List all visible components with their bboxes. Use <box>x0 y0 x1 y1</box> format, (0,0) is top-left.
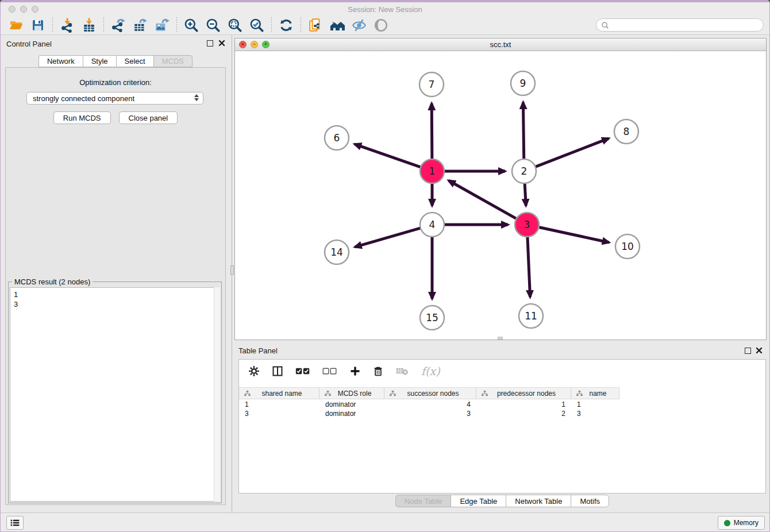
graph-edge[interactable] <box>432 103 432 160</box>
float-table-panel-button[interactable] <box>745 348 751 354</box>
tab-network[interactable]: Network <box>38 55 83 67</box>
graph-edge[interactable] <box>525 182 526 206</box>
export-network-button[interactable] <box>107 17 129 34</box>
home-button[interactable] <box>326 17 348 34</box>
table-settings-button[interactable] <box>248 365 260 377</box>
column-header[interactable]: predecessor nodes <box>476 388 571 399</box>
open-session-button[interactable] <box>5 17 27 34</box>
network-canvas-svg[interactable]: 7968124314101511 <box>235 51 766 340</box>
table-panel-title: Table Panel <box>238 346 278 355</box>
maximize-window-button[interactable] <box>32 6 38 13</box>
zoom-fit-button[interactable] <box>224 17 246 34</box>
deselect-all-button[interactable] <box>322 367 337 376</box>
tab-edge-table[interactable]: Edge Table <box>451 495 506 507</box>
run-mcds-button[interactable]: Run MCDS <box>53 111 111 124</box>
zoom-fit-icon <box>228 18 242 33</box>
criterion-select[interactable]: strongly connected component <box>26 92 203 105</box>
refresh-button[interactable] <box>275 17 297 34</box>
close-network-button[interactable]: × <box>239 41 247 48</box>
network-window-titlebar[interactable]: × − + scc.txt <box>235 38 766 51</box>
minimize-network-button[interactable]: − <box>251 41 258 48</box>
delete-table-button[interactable] <box>395 366 409 376</box>
tab-motifs[interactable]: Motifs <box>571 495 609 507</box>
delete-column-icon <box>373 365 383 377</box>
toolbar-separator <box>301 17 301 33</box>
close-icon <box>218 39 226 47</box>
save-session-button[interactable] <box>27 17 49 34</box>
graph-edge[interactable] <box>528 236 530 297</box>
graph-edge[interactable] <box>534 138 609 167</box>
show-panel-list-button[interactable] <box>6 516 24 530</box>
float-panel-button[interactable] <box>207 40 213 47</box>
search-input[interactable] <box>612 20 763 30</box>
import-network-icon <box>60 18 75 33</box>
tab-mcds[interactable]: MCDS <box>153 55 192 67</box>
graph-node-label: 1 <box>429 165 436 177</box>
result-scrollbar[interactable] <box>214 287 220 502</box>
graph-edge[interactable] <box>449 180 518 219</box>
column-header[interactable]: shared name <box>239 388 319 399</box>
close-table-panel-button[interactable] <box>755 346 763 354</box>
show-graphics-button[interactable] <box>370 17 392 34</box>
column-header[interactable]: MCDS role <box>319 388 384 399</box>
hide-graphics-button[interactable] <box>348 17 370 34</box>
graph-node-label: 7 <box>429 79 435 90</box>
title-bar: Session: New Session <box>1 2 769 16</box>
attribute-icon <box>244 391 251 396</box>
optimization-criterion-label: Optimization criterion: <box>6 78 225 87</box>
tab-network-table[interactable]: Network Table <box>506 495 571 507</box>
tab-node-table[interactable]: Node Table <box>395 495 451 507</box>
network-file-icon <box>308 18 323 33</box>
graph-node-label: 11 <box>525 310 537 322</box>
attribute-icon <box>325 391 331 396</box>
add-column-button[interactable] <box>349 365 361 377</box>
column-header[interactable]: name <box>571 388 619 399</box>
minimize-window-button[interactable] <box>20 6 27 13</box>
content-area: Control Panel Network Style Select MCDS … <box>1 35 769 512</box>
network-scroll-handle[interactable] <box>498 337 503 340</box>
zoom-out-icon <box>206 18 221 33</box>
mcds-buttons: Run MCDS Close panel <box>6 111 225 124</box>
column-header-label: predecessor nodes <box>488 390 571 398</box>
select-all-button[interactable] <box>295 367 310 376</box>
delete-column-button[interactable] <box>373 365 383 377</box>
zoom-out-button[interactable] <box>202 17 224 34</box>
table-body: 1dominator4113dominator323 <box>239 400 765 418</box>
table-row[interactable]: 1dominator411 <box>239 400 765 409</box>
zoom-selected-button[interactable] <box>246 17 268 34</box>
close-icon <box>755 346 763 354</box>
mcds-result-textarea[interactable]: 1 3 <box>10 287 220 502</box>
graph-edge[interactable] <box>355 228 422 247</box>
criterion-value: strongly connected component <box>33 94 134 103</box>
memory-button[interactable]: Memory <box>718 516 765 530</box>
column-header[interactable]: successor nodes <box>384 388 476 399</box>
network-view-window: × − + scc.txt 7968124314101511 <box>234 38 767 340</box>
export-image-button[interactable] <box>151 17 173 34</box>
column-header-label: shared name <box>251 390 319 398</box>
graph-node-label: 4 <box>429 219 436 230</box>
graph-edge[interactable] <box>355 144 422 168</box>
tab-select[interactable]: Select <box>116 55 153 67</box>
add-column-icon <box>349 365 361 377</box>
close-window-button[interactable] <box>9 6 16 13</box>
show-columns-button[interactable] <box>272 365 283 377</box>
graph-edge[interactable] <box>523 102 523 160</box>
close-panel-button-inline[interactable]: Close panel <box>119 111 178 124</box>
function-builder-button[interactable]: f(x) <box>421 365 440 377</box>
graph-node-label: 3 <box>524 219 530 230</box>
maximize-network-button[interactable]: + <box>262 41 270 48</box>
import-network-button[interactable] <box>56 17 78 34</box>
open-folder-icon <box>9 18 24 32</box>
graph-node-label: 9 <box>520 78 526 89</box>
zoom-in-button[interactable] <box>180 17 202 34</box>
graph-edge[interactable] <box>538 227 609 242</box>
mcds-tab-panel: Optimization criterion: strongly connect… <box>5 67 226 505</box>
graph-node-label: 6 <box>334 132 340 144</box>
export-table-button[interactable] <box>129 17 151 34</box>
network-overview-button[interactable] <box>305 17 326 34</box>
table-row[interactable]: 3dominator323 <box>239 409 765 418</box>
table-cell: 3 <box>384 410 476 418</box>
tab-style[interactable]: Style <box>83 55 116 67</box>
import-table-button[interactable] <box>78 17 100 34</box>
close-panel-button[interactable] <box>218 39 226 47</box>
